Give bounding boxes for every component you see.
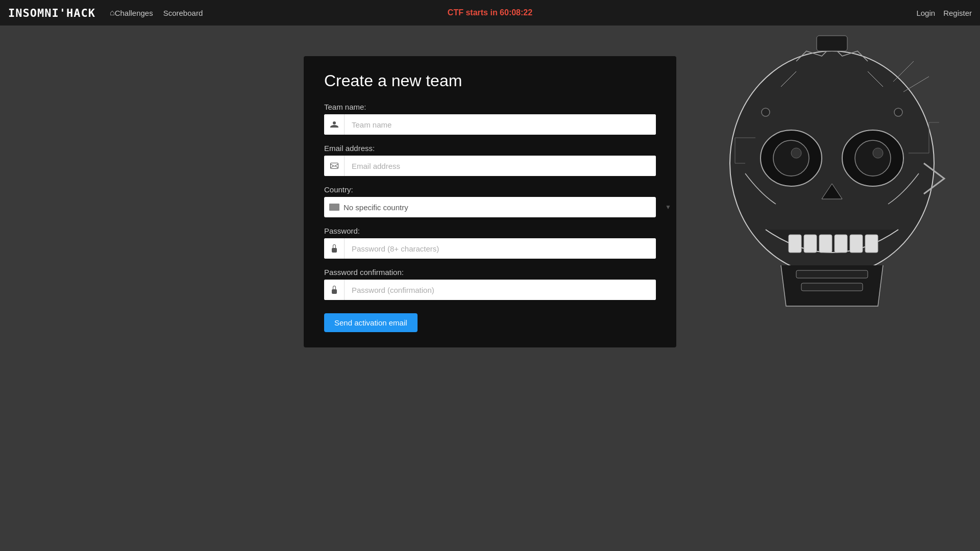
password-confirm-group: Password confirmation: (324, 268, 656, 300)
country-label: Country: (324, 185, 656, 194)
email-icon (324, 156, 345, 176)
svg-rect-20 (796, 270, 868, 278)
svg-point-6 (855, 140, 891, 176)
nav-challenges[interactable]: Challenges (115, 9, 153, 17)
form-title: Create a new team (324, 71, 656, 90)
svg-line-18 (893, 61, 914, 82)
nav-register[interactable]: Register (943, 9, 972, 17)
form-card: Create a new team Team name: Email addre… (304, 56, 676, 347)
svg-point-17 (894, 108, 902, 116)
svg-rect-21 (801, 283, 863, 291)
nav-scoreboard[interactable]: Scoreboard (163, 9, 203, 17)
team-name-label: Team name: (324, 103, 656, 111)
nav-login[interactable]: Login (916, 9, 935, 17)
brand-logo[interactable]: INSOMNI'HACK (8, 7, 95, 19)
password-group: Password: (324, 227, 656, 259)
team-name-wrapper (324, 114, 656, 135)
svg-rect-14 (865, 235, 878, 253)
team-name-group: Team name: (324, 103, 656, 135)
svg-line-19 (903, 77, 929, 92)
email-input[interactable] (345, 156, 656, 176)
svg-rect-9 (789, 235, 801, 253)
country-flag (329, 204, 339, 211)
nav-links: Challenges Scoreboard (115, 9, 203, 17)
navbar: INSOMNI'HACK ⌂ Challenges Scoreboard CTF… (0, 0, 980, 26)
email-wrapper (324, 156, 656, 176)
skull-decoration (643, 0, 980, 551)
password-wrapper (324, 238, 656, 259)
password-confirm-input[interactable] (345, 280, 656, 300)
svg-point-16 (762, 108, 770, 116)
password-icon (324, 238, 345, 259)
team-name-input[interactable] (345, 114, 656, 135)
svg-rect-10 (804, 235, 817, 253)
svg-rect-13 (850, 235, 863, 253)
svg-point-5 (773, 140, 809, 176)
password-confirm-icon (324, 280, 345, 300)
user-icon (324, 114, 345, 135)
svg-rect-15 (817, 36, 847, 51)
brand-name: INSOMNI'HACK (8, 7, 95, 19)
brand-text-2: 'HACK (59, 7, 95, 19)
svg-point-7 (791, 148, 801, 158)
country-group: Country: No specific country ▼ (324, 185, 656, 217)
send-activation-button[interactable]: Send activation email (324, 313, 418, 332)
svg-point-8 (873, 148, 883, 158)
brand-text-1: INSOMNI (8, 7, 59, 19)
svg-rect-12 (835, 235, 847, 253)
svg-rect-11 (819, 235, 832, 253)
password-input[interactable] (345, 238, 656, 259)
password-confirm-label: Password confirmation: (324, 268, 656, 277)
home-icon: ⌂ (110, 8, 115, 17)
country-select-wrapper[interactable]: No specific country ▼ (324, 197, 656, 217)
nav-right: Login Register (916, 9, 972, 17)
password-confirm-wrapper (324, 280, 656, 300)
email-group: Email address: (324, 144, 656, 176)
email-label: Email address: (324, 144, 656, 153)
country-select[interactable]: No specific country (344, 203, 651, 212)
password-label: Password: (324, 227, 656, 235)
ctf-timer: CTF starts in 60:08:22 (448, 8, 532, 17)
